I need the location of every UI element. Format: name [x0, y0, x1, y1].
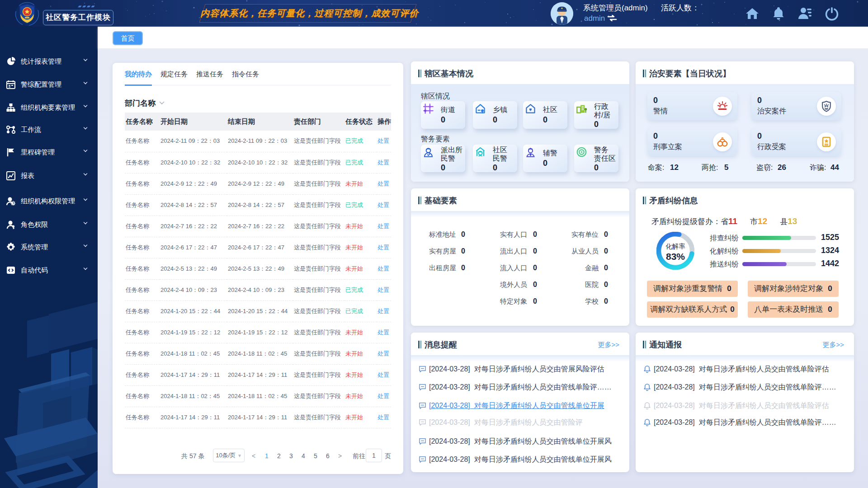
- svg-text:83%: 83%: [666, 251, 685, 262]
- svg-text:化解率: 化解率: [665, 243, 685, 250]
